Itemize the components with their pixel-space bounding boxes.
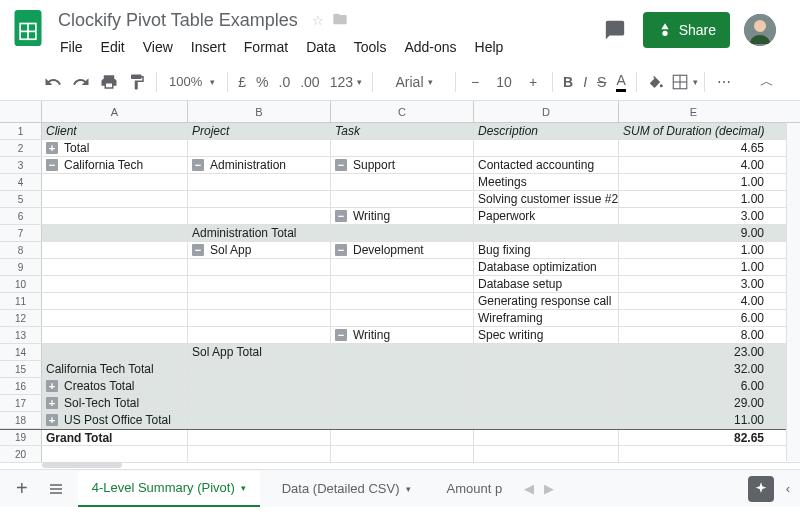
strike-button[interactable]: S — [593, 69, 610, 95]
cell[interactable] — [42, 208, 188, 224]
cell[interactable] — [188, 327, 331, 343]
row-header[interactable]: 1 — [0, 123, 42, 139]
cell[interactable] — [331, 446, 474, 462]
cell[interactable] — [331, 395, 474, 411]
row-header[interactable]: 5 — [0, 191, 42, 207]
cell[interactable] — [188, 412, 331, 428]
cell[interactable] — [188, 293, 331, 309]
row-header[interactable]: 13 — [0, 327, 42, 343]
menu-view[interactable]: View — [135, 35, 181, 59]
row-header[interactable]: 14 — [0, 344, 42, 360]
row-header[interactable]: 4 — [0, 174, 42, 190]
column-header-B[interactable]: B — [188, 101, 331, 122]
cell[interactable]: Solving customer issue #2121 — [474, 191, 619, 207]
cell[interactable] — [331, 174, 474, 190]
explore-button[interactable] — [748, 476, 774, 502]
select-all-corner[interactable] — [0, 101, 42, 122]
cell[interactable]: Writing — [331, 208, 474, 224]
row-18[interactable]: 18US Post Office Total11.00 — [0, 412, 800, 429]
share-button[interactable]: Share — [643, 12, 730, 48]
cell[interactable] — [331, 191, 474, 207]
text-color-button[interactable]: A — [612, 69, 629, 95]
row-header[interactable]: 2 — [0, 140, 42, 156]
row-17[interactable]: 17Sol-Tech Total29.00 — [0, 395, 800, 412]
cell[interactable]: Spec writing — [474, 327, 619, 343]
cell[interactable] — [42, 242, 188, 258]
cell[interactable]: 4.65 — [619, 140, 768, 156]
account-avatar[interactable] — [744, 14, 776, 46]
cell[interactable] — [474, 361, 619, 377]
row-8[interactable]: 8Sol AppDevelopmentBug fixing1.00 — [0, 242, 800, 259]
menu-addons[interactable]: Add-ons — [396, 35, 464, 59]
row-15[interactable]: 15California Tech Total32.00 — [0, 361, 800, 378]
row-1[interactable]: 1ClientProjectTaskDescriptionSUM of Dura… — [0, 123, 800, 140]
cell[interactable]: 6.00 — [619, 310, 768, 326]
row-header[interactable]: 11 — [0, 293, 42, 309]
cell[interactable]: 1.00 — [619, 259, 768, 275]
pivot-toggle-icon[interactable] — [335, 244, 347, 256]
cell[interactable] — [474, 378, 619, 394]
cell[interactable]: Administration Total — [188, 225, 331, 241]
cell[interactable]: Creatos Total — [42, 378, 188, 394]
borders-button[interactable] — [671, 69, 698, 95]
cell[interactable] — [474, 140, 619, 156]
cell[interactable]: Generating response call — [474, 293, 619, 309]
row-header[interactable]: 19 — [0, 430, 42, 445]
document-title[interactable]: Clockify Pivot Table Examples — [52, 8, 304, 33]
cell[interactable] — [474, 395, 619, 411]
row-header[interactable]: 9 — [0, 259, 42, 275]
increase-decimal-button[interactable]: .00 — [296, 69, 323, 95]
row-12[interactable]: 12Wireframing6.00 — [0, 310, 800, 327]
cell[interactable] — [474, 430, 619, 445]
comments-button[interactable] — [601, 16, 629, 44]
cell[interactable] — [188, 395, 331, 411]
cell[interactable] — [42, 191, 188, 207]
menu-format[interactable]: Format — [236, 35, 296, 59]
cell[interactable]: Development — [331, 242, 474, 258]
cell[interactable] — [331, 412, 474, 428]
pivot-toggle-icon[interactable] — [335, 210, 347, 222]
currency-button[interactable]: £ — [234, 69, 250, 95]
column-header-D[interactable]: D — [474, 101, 619, 122]
grid[interactable]: 1ClientProjectTaskDescriptionSUM of Dura… — [0, 123, 800, 463]
cell[interactable]: California Tech Total — [42, 361, 188, 377]
row-9[interactable]: 9Database optimization1.00 — [0, 259, 800, 276]
cell[interactable]: Project — [188, 123, 331, 139]
side-panel-toggle[interactable]: ‹ — [786, 481, 790, 496]
pivot-toggle-icon[interactable] — [46, 142, 58, 154]
cell[interactable]: Database optimization — [474, 259, 619, 275]
cell[interactable]: 1.00 — [619, 174, 768, 190]
cell[interactable] — [331, 361, 474, 377]
menu-tools[interactable]: Tools — [346, 35, 395, 59]
cell[interactable] — [188, 361, 331, 377]
all-sheets-button[interactable] — [42, 481, 70, 497]
percent-button[interactable]: % — [252, 69, 272, 95]
cell[interactable]: Client — [42, 123, 188, 139]
pivot-toggle-icon[interactable] — [192, 159, 204, 171]
row-11[interactable]: 11Generating response call4.00 — [0, 293, 800, 310]
cell[interactable]: Task — [331, 123, 474, 139]
tab-3[interactable]: Amount p — [433, 471, 517, 507]
row-header[interactable]: 7 — [0, 225, 42, 241]
row-14[interactable]: 14Sol App Total23.00 — [0, 344, 800, 361]
menu-insert[interactable]: Insert — [183, 35, 234, 59]
font-size-decrease[interactable]: − — [462, 69, 488, 95]
cell[interactable] — [619, 446, 768, 462]
cell[interactable]: 1.00 — [619, 191, 768, 207]
cell[interactable]: 3.00 — [619, 208, 768, 224]
pivot-toggle-icon[interactable] — [46, 159, 58, 171]
toolbar-more[interactable]: ⋯ — [711, 69, 737, 95]
cell[interactable] — [188, 208, 331, 224]
cell[interactable] — [331, 225, 474, 241]
pivot-toggle-icon[interactable] — [335, 159, 347, 171]
cell[interactable] — [188, 310, 331, 326]
pivot-toggle-icon[interactable] — [46, 414, 58, 426]
cell[interactable]: Support — [331, 157, 474, 173]
row-6[interactable]: 6WritingPaperwork3.00 — [0, 208, 800, 225]
row-2[interactable]: 2Total4.65 — [0, 140, 800, 157]
column-header-C[interactable]: C — [331, 101, 474, 122]
cell[interactable] — [188, 174, 331, 190]
column-header-A[interactable]: A — [42, 101, 188, 122]
italic-button[interactable]: I — [579, 69, 591, 95]
column-header-E[interactable]: E — [619, 101, 768, 122]
